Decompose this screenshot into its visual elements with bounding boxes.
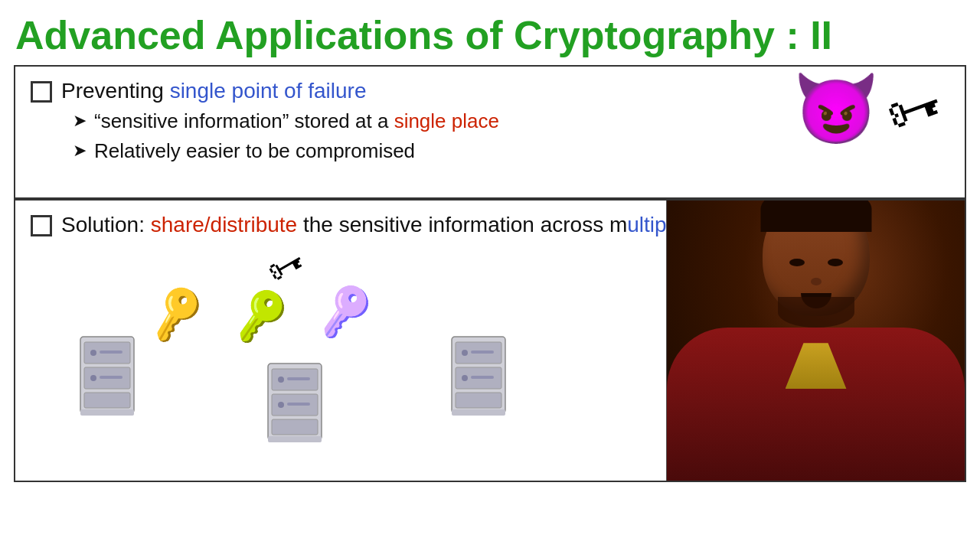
- svg-rect-3: [84, 393, 130, 408]
- key-emoji-box1: 🗝: [877, 70, 951, 148]
- server-right: [440, 333, 517, 420]
- box2-prefix: Solution:: [61, 213, 151, 236]
- svg-rect-5: [100, 350, 122, 354]
- devil-key-area: 😈 🗝: [793, 74, 942, 143]
- svg-rect-8: [80, 409, 134, 416]
- svg-rect-14: [287, 377, 310, 380]
- title-text: Advanced Applications of Cryptography : …: [15, 13, 832, 57]
- slide-container: Advanced Applications of Cryptography : …: [0, 0, 980, 551]
- svg-point-13: [278, 377, 284, 383]
- svg-point-24: [462, 375, 468, 381]
- svg-point-22: [462, 350, 468, 356]
- box2-heading: Solution: share/distribute the sensitive…: [61, 213, 706, 237]
- box1-heading: Preventing single point of failure: [61, 79, 366, 103]
- server-center: [256, 360, 333, 447]
- svg-rect-12: [272, 419, 318, 435]
- key-top: 🗝: [260, 239, 312, 294]
- svg-rect-21: [456, 393, 501, 408]
- presenter-overlay: [666, 199, 965, 481]
- bullet-2-text: Relatively easier to be compromised: [94, 139, 415, 163]
- arrow-icon-1: ➤: [73, 111, 87, 131]
- checkbox-icon-1: [31, 81, 52, 103]
- svg-rect-23: [471, 350, 494, 354]
- box2-red: share/distribute: [151, 213, 297, 236]
- svg-point-6: [90, 375, 96, 381]
- checkbox-icon-2: [31, 215, 52, 236]
- devil-emoji: 😈: [793, 74, 879, 143]
- box1-highlight: single point of failure: [170, 79, 367, 103]
- key-gold: 🔑: [230, 285, 293, 345]
- box1-prefix: Preventing: [61, 79, 170, 103]
- arrow-icon-2: ➤: [73, 141, 87, 161]
- svg-rect-26: [452, 409, 505, 416]
- svg-point-4: [90, 350, 96, 356]
- key-bronze: 🔑: [143, 281, 210, 345]
- svg-rect-17: [268, 436, 322, 442]
- server-left: [69, 333, 145, 420]
- box1: Preventing single point of failure ➤ “se…: [14, 65, 966, 199]
- svg-rect-16: [287, 403, 310, 406]
- bullet-1-highlight: single place: [394, 109, 499, 132]
- bullet-1-prefix: “sensitive information” stored at a: [94, 109, 394, 132]
- slide-title: Advanced Applications of Cryptography : …: [0, 0, 980, 65]
- box2: Solution: share/distribute the sensitive…: [14, 199, 966, 482]
- content-area: Preventing single point of failure ➤ “se…: [0, 65, 980, 482]
- box2-middle: the sensitive information across m: [297, 213, 627, 236]
- svg-rect-25: [471, 376, 494, 379]
- svg-point-15: [278, 402, 284, 408]
- svg-rect-7: [100, 376, 122, 379]
- key-blue: 🔑: [314, 280, 377, 341]
- bullet-1-text: “sensitive information” stored at a sing…: [94, 109, 499, 133]
